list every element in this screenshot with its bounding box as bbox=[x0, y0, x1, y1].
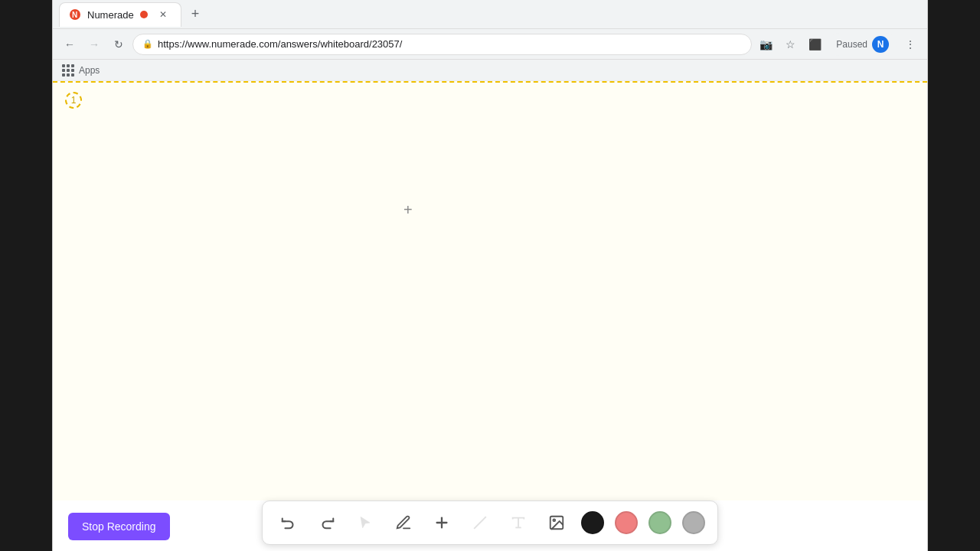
browser-tab[interactable]: N Numerade ✕ bbox=[59, 2, 181, 27]
apps-grid-icon bbox=[62, 64, 74, 77]
stop-recording-button[interactable]: Stop Recording bbox=[68, 513, 170, 540]
whiteboard-canvas[interactable]: 1 + bbox=[53, 81, 927, 500]
page-number: 1 bbox=[65, 92, 82, 110]
toolbar-container: Stop Recording bbox=[53, 500, 927, 551]
tab-recording-dot bbox=[140, 11, 148, 18]
tab-favicon: N bbox=[69, 8, 81, 21]
paused-label: Paused bbox=[836, 39, 867, 50]
svg-point-8 bbox=[553, 519, 555, 521]
color-gray[interactable] bbox=[682, 511, 705, 534]
back-button[interactable]: ← bbox=[59, 34, 80, 55]
menu-button[interactable]: ⋮ bbox=[900, 34, 921, 55]
drawing-toolbar bbox=[262, 500, 718, 545]
color-green[interactable] bbox=[648, 511, 671, 534]
color-pink[interactable] bbox=[615, 511, 638, 534]
apps-button[interactable]: Apps bbox=[62, 64, 100, 77]
tab-title: Numerade bbox=[87, 9, 134, 21]
new-tab-button[interactable]: + bbox=[185, 4, 206, 25]
profile-avatar: N bbox=[872, 36, 889, 53]
apps-label: Apps bbox=[79, 65, 100, 76]
cursor-crosshair: + bbox=[403, 201, 413, 219]
svg-line-4 bbox=[475, 517, 486, 529]
forward-button[interactable]: → bbox=[83, 34, 105, 55]
undo-button[interactable] bbox=[275, 509, 302, 536]
redo-button[interactable] bbox=[313, 509, 341, 536]
paused-badge[interactable]: Paused N bbox=[828, 33, 897, 56]
lock-icon: 🔒 bbox=[142, 39, 153, 49]
camera-icon[interactable]: 📷 bbox=[755, 34, 776, 55]
image-tool-button[interactable] bbox=[543, 509, 570, 536]
address-bar[interactable]: 🔒 https://www.numerade.com/answers/white… bbox=[132, 34, 752, 55]
select-tool-button[interactable] bbox=[351, 509, 379, 536]
bookmark-icon[interactable]: ☆ bbox=[779, 34, 801, 55]
address-text: https://www.numerade.com/answers/whitebo… bbox=[158, 38, 402, 50]
svg-text:N: N bbox=[72, 11, 77, 19]
pen-tool-button[interactable] bbox=[390, 509, 417, 536]
reload-button[interactable]: ↻ bbox=[108, 34, 129, 55]
add-element-button[interactable] bbox=[428, 509, 456, 536]
text-tool-button[interactable] bbox=[505, 509, 532, 536]
eraser-tool-button[interactable] bbox=[466, 509, 494, 536]
color-black[interactable] bbox=[581, 511, 604, 534]
extensions-icon[interactable]: ⬛ bbox=[804, 34, 825, 55]
tab-close-button[interactable]: ✕ bbox=[157, 8, 169, 21]
